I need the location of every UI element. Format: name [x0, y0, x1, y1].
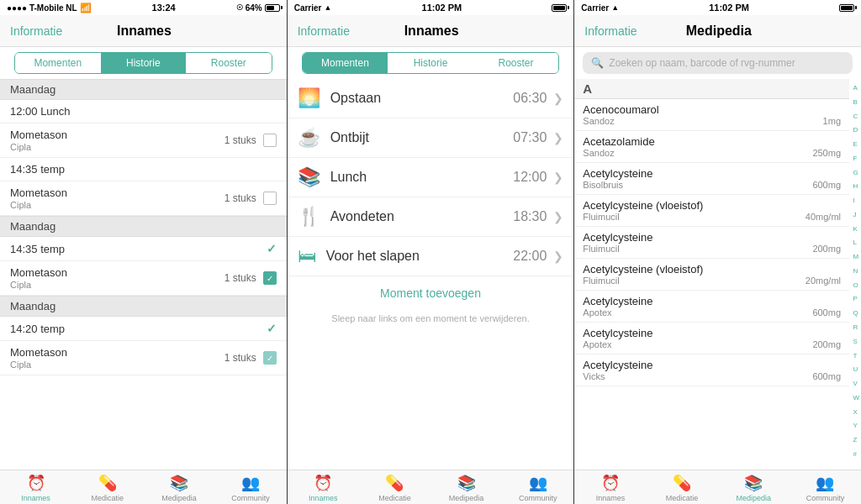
alpha-W[interactable]: W	[853, 394, 859, 402]
moment-item-avondeten[interactable]: 🍴 Avondeten 18:30 ❯	[288, 197, 574, 237]
checkbox-partial[interactable]: ✓	[263, 351, 277, 365]
alpha-L[interactable]: L	[853, 239, 859, 246]
moment-item-slapen[interactable]: 🛏 Voor het slapen 22:00 ❯	[288, 237, 574, 276]
alpha-Z[interactable]: Z	[853, 436, 859, 444]
tab-innames-3[interactable]: ⏰ Innames	[574, 474, 646, 502]
alpha-G[interactable]: G	[853, 169, 859, 176]
checkbox-checked[interactable]: ✓	[263, 271, 277, 285]
alpha-R[interactable]: R	[853, 323, 859, 331]
carrier-label-2: Carrier	[294, 3, 322, 13]
alpha-I[interactable]: I	[853, 197, 859, 204]
med-dose: 200mg	[812, 339, 841, 349]
tab-community-1[interactable]: 👥 Community	[215, 474, 287, 502]
alpha-V[interactable]: V	[853, 380, 859, 387]
alpha-C[interactable]: C	[853, 113, 859, 120]
alpha-hash[interactable]: #	[853, 450, 859, 458]
tab-innames-2[interactable]: ⏰ Innames	[288, 474, 359, 502]
alpha-Q[interactable]: Q	[853, 309, 859, 317]
nav-title-3: Medipedia	[686, 24, 752, 39]
moment-name: Avondeten	[330, 209, 514, 224]
search-bar[interactable]: 🔍 Zoeken op naam, barcode of rvg-nummer	[583, 52, 853, 74]
sunrise-icon: 🌅	[298, 87, 320, 109]
tab-community-3[interactable]: 👥 Community	[790, 474, 861, 502]
list-item: 14:20 temp ✓	[0, 317, 287, 341]
back-button-1[interactable]: Informatie	[10, 24, 62, 38]
status-left-2: Carrier ▲	[294, 3, 332, 13]
tab-medicatie-3[interactable]: 💊 Medicatie	[647, 474, 718, 502]
chevron-right-icon: ❯	[553, 210, 563, 223]
med-item[interactable]: Acetylcysteine Bisolbruis 600mg	[574, 163, 849, 195]
item-subtitle: Cipla	[10, 200, 67, 210]
alpha-P[interactable]: P	[853, 295, 859, 302]
alpha-J[interactable]: J	[853, 211, 859, 218]
nav-title-2: Innames	[404, 24, 459, 39]
tab-medicatie-1[interactable]: 💊 Medicatie	[71, 474, 143, 502]
people-icon: 👥	[241, 474, 260, 492]
alpha-A[interactable]: A	[853, 84, 859, 92]
item-count: 1 stuks	[224, 352, 256, 364]
med-item[interactable]: Acetylcysteine Apotex 600mg	[574, 291, 849, 323]
medipedia-list: A Acenocoumarol Sandoz 1mg Acetazolamide…	[574, 79, 861, 470]
back-button-3[interactable]: Informatie	[584, 24, 637, 38]
med-name: Acetazolamide	[583, 135, 841, 148]
segment-rooster-2[interactable]: Rooster	[473, 53, 559, 73]
segment-momenten-2[interactable]: Momenten	[303, 53, 388, 73]
med-item[interactable]: Acetazolamide Sandoz 250mg	[574, 131, 849, 163]
alpha-B[interactable]: B	[853, 98, 859, 106]
panel-2: Carrier ▲ 11:02 PM Informatie Innames Mo…	[288, 0, 575, 504]
segment-rooster-1[interactable]: Rooster	[186, 53, 272, 73]
checkbox[interactable]	[263, 134, 277, 147]
med-item[interactable]: Acetylcysteine Apotex 200mg	[574, 323, 849, 354]
alpha-Y[interactable]: Y	[853, 422, 859, 429]
tab-label: Medicatie	[666, 494, 699, 502]
alpha-D[interactable]: D	[853, 126, 859, 134]
nav-header-3: Informatie Medipedia	[574, 15, 861, 47]
alpha-O[interactable]: O	[853, 281, 859, 289]
list-item: Mometason Cipla 1 stuks	[0, 123, 287, 158]
clock-icon: ⏰	[314, 474, 332, 492]
tab-medipedia-3[interactable]: 📚 Medipedia	[718, 474, 790, 502]
list-item: Mometason Cipla 1 stuks	[0, 181, 287, 216]
item-title: Mometason	[10, 266, 67, 279]
tab-community-2[interactable]: 👥 Community	[502, 474, 573, 502]
med-dose: 250mg	[812, 148, 841, 158]
med-item[interactable]: Acenocoumarol Sandoz 1mg	[574, 99, 849, 131]
med-item[interactable]: Acetylcysteine (vloeistof) Fluimucil 40m…	[574, 195, 849, 227]
tab-medicatie-2[interactable]: 💊 Medicatie	[359, 474, 430, 502]
bed-icon: 🛏	[298, 245, 316, 267]
tab-medipedia-1[interactable]: 📚 Medipedia	[143, 474, 214, 502]
status-left-3: Carrier ▲	[581, 3, 619, 13]
moment-time: 12:00	[513, 170, 547, 185]
alpha-S[interactable]: S	[853, 338, 859, 345]
alpha-K[interactable]: K	[853, 225, 859, 233]
alpha-E[interactable]: E	[853, 140, 859, 148]
alpha-U[interactable]: U	[853, 365, 859, 373]
alpha-T[interactable]: T	[853, 352, 859, 360]
moment-item-ontbijt[interactable]: ☕ Ontbijt 07:30 ❯	[288, 118, 574, 158]
med-item[interactable]: Acetylcysteine (vloeistof) Fluimucil 20m…	[574, 259, 849, 291]
alpha-N[interactable]: N	[853, 267, 859, 275]
item-title: 14:35 temp	[10, 163, 65, 176]
moment-name: Voor het slapen	[326, 249, 514, 264]
tab-innames-1[interactable]: ⏰ Innames	[0, 474, 71, 502]
med-item[interactable]: Acetylcysteine Vicks 600mg	[574, 354, 849, 386]
item-subtitle: Cipla	[10, 280, 67, 290]
tab-label: Medipedia	[449, 494, 484, 502]
add-moment-button[interactable]: Moment toevoegen	[288, 276, 574, 310]
alpha-F[interactable]: F	[853, 155, 859, 162]
segment-momenten-1[interactable]: Momenten	[15, 53, 101, 73]
back-button-2[interactable]: Informatie	[298, 24, 350, 38]
checkbox[interactable]	[263, 192, 277, 205]
med-item[interactable]: Acetylcysteine Fluimucil 200mg	[574, 227, 849, 259]
alpha-H[interactable]: H	[853, 182, 859, 190]
alpha-M[interactable]: M	[853, 253, 859, 260]
segment-historie-1[interactable]: Historie	[101, 53, 187, 73]
med-name: Acetylcysteine	[583, 231, 841, 244]
tab-label: Community	[519, 494, 557, 502]
moment-item-opstaan[interactable]: 🌅 Opstaan 06:30 ❯	[288, 79, 574, 118]
segment-historie-2[interactable]: Historie	[388, 53, 473, 73]
pill-icon: 💊	[385, 474, 404, 492]
moment-item-lunch[interactable]: 📚 Lunch 12:00 ❯	[288, 158, 574, 197]
tab-medipedia-2[interactable]: 📚 Medipedia	[430, 474, 502, 502]
alpha-X[interactable]: X	[853, 408, 859, 416]
